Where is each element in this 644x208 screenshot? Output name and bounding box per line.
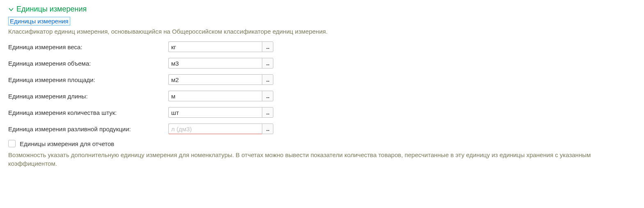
- checkbox-reports[interactable]: [8, 140, 16, 147]
- note-reports: Возможность указать дополнительную едини…: [8, 151, 636, 168]
- row-bulk: Единица измерения разливной продукции: .…: [8, 123, 636, 134]
- picker-volume[interactable]: ...: [262, 58, 273, 69]
- picker-weight[interactable]: ...: [262, 41, 273, 52]
- input-length[interactable]: [168, 91, 262, 101]
- label-weight: Единица измерения веса:: [8, 43, 168, 50]
- row-length: Единица измерения длины: ...: [8, 91, 636, 101]
- row-weight: Единица измерения веса: ...: [8, 41, 636, 52]
- picker-area[interactable]: ...: [262, 74, 273, 85]
- label-count: Единица измерения количества штук:: [8, 109, 168, 116]
- row-volume: Единица измерения объема: ...: [8, 58, 636, 69]
- section-header[interactable]: Единицы измерения: [8, 5, 636, 14]
- input-weight[interactable]: [168, 41, 262, 52]
- input-bulk[interactable]: [168, 123, 262, 134]
- row-area: Единица измерения площади: ...: [8, 74, 636, 85]
- row-count: Единица измерения количества штук: ...: [8, 107, 636, 118]
- checkbox-row-reports: Единицы измерения для отчетов: [8, 140, 636, 147]
- input-volume[interactable]: [168, 58, 262, 69]
- input-count[interactable]: [168, 107, 262, 118]
- section-description: Классификатор единиц измерения, основыва…: [8, 28, 636, 35]
- section-title: Единицы измерения: [16, 5, 87, 14]
- label-volume: Единица измерения объема:: [8, 60, 168, 67]
- checkbox-label-reports: Единицы измерения для отчетов: [20, 140, 114, 147]
- input-area[interactable]: [168, 74, 262, 85]
- label-area: Единица измерения площади:: [8, 76, 168, 83]
- picker-bulk[interactable]: ...: [262, 123, 273, 134]
- picker-length[interactable]: ...: [262, 91, 273, 101]
- chevron-down-icon: [8, 7, 14, 12]
- label-length: Единица измерения длины:: [8, 93, 168, 100]
- label-bulk: Единица измерения разливной продукции:: [8, 126, 168, 133]
- picker-count[interactable]: ...: [262, 107, 273, 118]
- units-link[interactable]: Единицы измерения: [8, 17, 70, 25]
